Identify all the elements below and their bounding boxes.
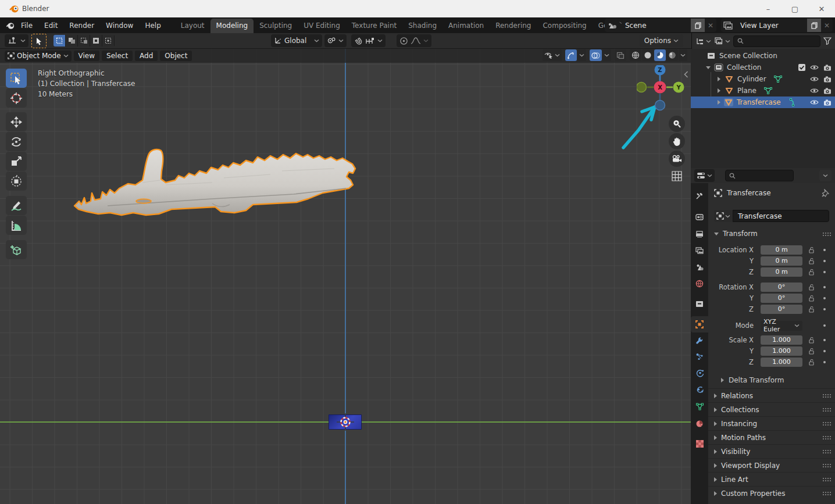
mode-dropdown[interactable]: Object Mode	[5, 51, 72, 62]
rotation-z-field[interactable]: 0°	[761, 305, 802, 314]
options-dropdown[interactable]: Options	[640, 34, 683, 47]
outliner-row-collection[interactable]: Collection	[691, 62, 835, 73]
menu-edit[interactable]: Edit	[38, 22, 63, 30]
transform-orientation-dropdown[interactable]: Global	[271, 34, 322, 47]
select-box-tool-button[interactable]	[31, 34, 47, 48]
tab-scene-properties[interactable]	[691, 259, 708, 275]
object-name-input[interactable]: Transfercase	[733, 210, 829, 222]
tab-object-data-properties[interactable]	[691, 398, 708, 414]
pivot-point-dropdown[interactable]	[324, 34, 347, 47]
toggle-orthographic-button[interactable]	[669, 168, 685, 184]
shading-material-preview-button[interactable]	[654, 49, 666, 61]
lock-icon[interactable]	[808, 246, 815, 253]
scale-z-field[interactable]: 1.000	[761, 358, 802, 367]
panel-visibility[interactable]: Visibility	[708, 444, 835, 458]
disable-render-camera-icon[interactable]	[823, 76, 832, 83]
panel-grip-icon[interactable]	[822, 232, 831, 236]
animate-dot-icon[interactable]	[823, 308, 826, 310]
hide-eye-icon[interactable]	[810, 99, 819, 105]
shading-dropdown[interactable]	[679, 49, 687, 61]
outliner-row-transfercase[interactable]: Transfercase	[691, 96, 835, 108]
lock-icon[interactable]	[808, 359, 815, 366]
overlays-dropdown[interactable]	[602, 49, 611, 61]
tab-modifier-properties[interactable]	[691, 333, 708, 349]
panel-grip-icon[interactable]	[822, 477, 831, 481]
hide-eye-icon[interactable]	[810, 88, 819, 94]
panel-collections[interactable]: Collections	[708, 402, 835, 416]
tool-annotate[interactable]	[6, 196, 27, 215]
panel-custom-properties[interactable]: Custom Properties	[708, 486, 835, 500]
tool-rotate[interactable]	[6, 132, 27, 151]
lock-icon[interactable]	[808, 295, 815, 302]
location-y-field[interactable]: 0 m	[761, 256, 802, 266]
panel-grip-icon[interactable]	[822, 408, 831, 412]
tab-constraint-properties[interactable]	[691, 381, 708, 398]
select-mode-intersect[interactable]	[102, 35, 115, 47]
tool-measure[interactable]	[6, 216, 27, 235]
tab-view-layer-properties[interactable]	[691, 242, 708, 259]
tool-scale[interactable]	[6, 152, 27, 171]
lock-icon[interactable]	[808, 258, 815, 264]
tab-output-properties[interactable]	[691, 226, 708, 242]
tab-tool-properties[interactable]	[691, 188, 708, 204]
tab-sculpting[interactable]: Sculpting	[254, 19, 298, 33]
panel-grip-icon[interactable]	[822, 491, 831, 495]
tab-uv-editing[interactable]: UV Editing	[298, 19, 346, 33]
tool-move[interactable]	[6, 112, 27, 131]
new-scene-button[interactable]	[691, 19, 705, 32]
panel-line-art[interactable]: Line Art	[708, 472, 835, 486]
funnel-filter-icon[interactable]	[823, 37, 832, 45]
object-id-dropdown[interactable]	[714, 210, 733, 222]
menu-render[interactable]: Render	[63, 22, 100, 30]
tab-texture-paint[interactable]: Texture Paint	[346, 19, 402, 33]
tab-shading[interactable]: Shading	[402, 19, 443, 33]
tab-compositing[interactable]: Compositing	[537, 19, 592, 33]
outliner-display-mode-dropdown[interactable]	[695, 37, 711, 45]
tab-layout[interactable]: Layout	[175, 19, 210, 33]
panel-relations[interactable]: Relations	[708, 388, 835, 402]
minimize-button[interactable]: –	[755, 0, 782, 17]
sidebar-toggle-icon[interactable]	[684, 71, 688, 78]
animate-dot-icon[interactable]	[823, 324, 826, 327]
gizmo-dropdown[interactable]	[577, 49, 586, 61]
animate-dot-icon[interactable]	[823, 339, 826, 341]
properties-options-dropdown[interactable]	[819, 170, 832, 181]
panel-grip-icon[interactable]	[822, 449, 831, 453]
menu-file[interactable]: File	[15, 22, 38, 30]
tab-material-properties[interactable]	[691, 416, 708, 432]
transform-panel-header[interactable]: Transform	[708, 227, 835, 241]
unlink-scene-icon[interactable]: ✕	[705, 22, 716, 30]
view-layer-name[interactable]: View Layer	[737, 22, 807, 30]
tab-modeling[interactable]: Modeling	[210, 19, 254, 33]
breadcrumb-object-name[interactable]: Transfercase	[727, 189, 771, 197]
tab-collection-properties[interactable]	[691, 296, 708, 312]
hide-eye-icon[interactable]	[810, 76, 819, 82]
camera-view-button[interactable]	[669, 151, 685, 167]
tool-cursor[interactable]	[6, 88, 27, 108]
tab-texture-properties[interactable]	[691, 435, 708, 452]
disable-render-camera-icon[interactable]	[823, 65, 832, 71]
disable-render-camera-icon[interactable]	[823, 88, 832, 94]
tool-select-box[interactable]	[6, 69, 27, 88]
tab-world-properties[interactable]	[691, 276, 708, 292]
rotation-x-field[interactable]: 0°	[761, 283, 802, 292]
panel-grip-icon[interactable]	[822, 421, 831, 426]
panel-grip-icon[interactable]	[822, 435, 831, 439]
viewport-menu-add[interactable]: Add	[135, 51, 158, 61]
outliner-row-plane[interactable]: Plane	[691, 85, 835, 96]
pan-button[interactable]	[669, 133, 685, 149]
rotation-mode-dropdown[interactable]: XYZ Euler	[761, 321, 802, 331]
active-tool-dropdown[interactable]	[5, 34, 28, 47]
outliner-row-cylinder[interactable]: Cylinder	[691, 73, 835, 85]
expand-arrow-icon[interactable]	[718, 88, 720, 93]
select-mode-set[interactable]	[53, 35, 66, 47]
pin-icon[interactable]	[822, 189, 829, 197]
proportional-editing-group[interactable]	[397, 34, 431, 47]
lock-icon[interactable]	[808, 284, 815, 291]
select-mode-invert[interactable]	[90, 35, 102, 47]
location-x-field[interactable]: 0 m	[761, 245, 802, 255]
panel-grip-icon[interactable]	[822, 463, 831, 467]
animate-dot-icon[interactable]	[823, 260, 826, 262]
animate-dot-icon[interactable]	[823, 361, 826, 363]
tab-animation[interactable]: Animation	[443, 19, 490, 33]
